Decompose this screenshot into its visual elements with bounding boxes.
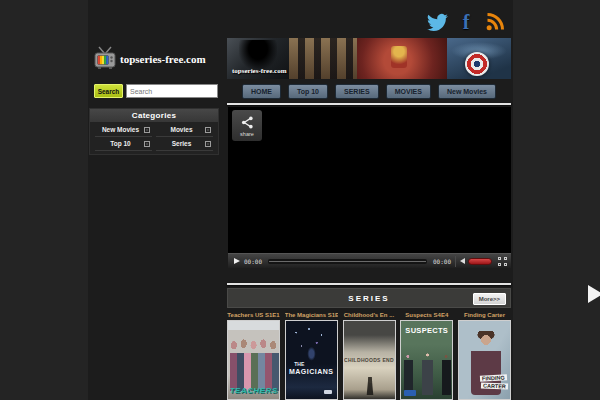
banner-segment-blue bbox=[447, 38, 511, 79]
category-new-movies[interactable]: New Movies bbox=[95, 123, 152, 137]
series-poster: SUSPECTS bbox=[400, 320, 453, 400]
page: topseries-free.com Search Categories New… bbox=[0, 0, 600, 400]
nav-new-movies[interactable]: New Movies bbox=[438, 84, 496, 99]
volume-icon[interactable] bbox=[460, 258, 465, 264]
header-banner: topseries-free.com bbox=[227, 38, 511, 79]
series-thumb-teachers[interactable]: Teachers US S1E1 TEACHERS bbox=[227, 311, 280, 400]
category-series[interactable]: Series bbox=[156, 137, 213, 151]
play-button-large[interactable] bbox=[588, 285, 600, 303]
seek-bar[interactable] bbox=[268, 259, 427, 264]
separator-top bbox=[227, 103, 511, 105]
social-icons: f bbox=[426, 10, 506, 34]
film-icon bbox=[205, 141, 211, 147]
share-label: share bbox=[240, 131, 254, 137]
series-thumbnails: Teachers US S1E1 TEACHERS The Magicians … bbox=[227, 311, 511, 400]
tv-icon bbox=[94, 46, 116, 70]
site-logo[interactable]: topseries-free.com bbox=[94, 44, 219, 74]
video-screen[interactable] bbox=[228, 107, 511, 253]
series-thumb-title: Finding Carter bbox=[458, 311, 511, 320]
shield-graphic bbox=[465, 52, 489, 76]
volume-slider[interactable] bbox=[468, 258, 492, 265]
main-nav: HOME Top 10 SERIES MOVIES New Movies bbox=[227, 83, 511, 100]
category-movies[interactable]: Movies bbox=[156, 123, 213, 137]
facebook-icon[interactable]: f bbox=[455, 11, 477, 33]
nav-movies[interactable]: MOVIES bbox=[386, 84, 431, 99]
series-thumb-finding-carter[interactable]: Finding Carter FINDING CARTER bbox=[458, 311, 511, 400]
series-thumb-title: The Magicians S1E1 bbox=[285, 311, 338, 320]
search-input[interactable] bbox=[126, 84, 218, 98]
series-poster: FINDING CARTER bbox=[458, 320, 511, 400]
film-icon bbox=[144, 127, 150, 133]
play-button[interactable] bbox=[234, 258, 240, 264]
film-icon bbox=[144, 141, 150, 147]
series-poster: TEACHERS bbox=[227, 320, 280, 400]
series-thumb-title: Suspects S4E4 bbox=[400, 311, 453, 320]
nav-home[interactable]: HOME bbox=[242, 84, 281, 99]
nav-series[interactable]: SERIES bbox=[335, 84, 379, 99]
categories-panel: Categories New Movies Movies Top 10 Seri… bbox=[89, 108, 219, 155]
video-player: share 00:00 00:00 bbox=[228, 107, 511, 268]
duration: 00:00 bbox=[433, 258, 451, 265]
search-row: Search bbox=[94, 84, 218, 98]
rss-icon[interactable] bbox=[484, 11, 506, 33]
series-thumb-title: Teachers US S1E1 bbox=[227, 311, 280, 320]
film-icon bbox=[205, 127, 211, 133]
separator-bottom bbox=[227, 283, 511, 285]
category-top-10[interactable]: Top 10 bbox=[95, 137, 152, 151]
series-thumb-title: Childhood's En ... bbox=[343, 311, 396, 320]
fullscreen-button[interactable] bbox=[498, 257, 507, 266]
current-time: 00:00 bbox=[244, 258, 262, 265]
series-thumb-childhoods-end[interactable]: Childhood's En ... CHILDHOODS END bbox=[343, 311, 396, 400]
nav-top-10[interactable]: Top 10 bbox=[288, 84, 328, 99]
search-button[interactable]: Search bbox=[94, 84, 123, 98]
banner-segment-figures bbox=[289, 38, 357, 79]
categories-grid: New Movies Movies Top 10 Series bbox=[90, 122, 218, 151]
series-section-title: SERIES bbox=[348, 294, 389, 303]
banner-segment-red bbox=[357, 38, 447, 79]
series-section-header: SERIES More>> bbox=[227, 288, 511, 308]
share-button[interactable]: share bbox=[232, 110, 262, 141]
site-logo-text: topseries-free.com bbox=[120, 53, 206, 65]
share-icon bbox=[240, 115, 255, 130]
banner-watermark: topseries-free.com bbox=[232, 67, 286, 75]
categories-title: Categories bbox=[90, 109, 218, 122]
player-controls: 00:00 00:00 bbox=[228, 253, 511, 268]
controls-divider bbox=[455, 256, 456, 267]
series-poster: THE MAGICIANS bbox=[285, 320, 338, 400]
series-thumb-magicians[interactable]: The Magicians S1E1 THE MAGICIANS bbox=[285, 311, 338, 400]
series-thumb-suspects[interactable]: Suspects S4E4 SUSPECTS bbox=[400, 311, 453, 400]
series-poster: CHILDHOODS END bbox=[343, 320, 396, 400]
twitter-icon[interactable] bbox=[426, 11, 448, 33]
more-button[interactable]: More>> bbox=[473, 293, 506, 305]
